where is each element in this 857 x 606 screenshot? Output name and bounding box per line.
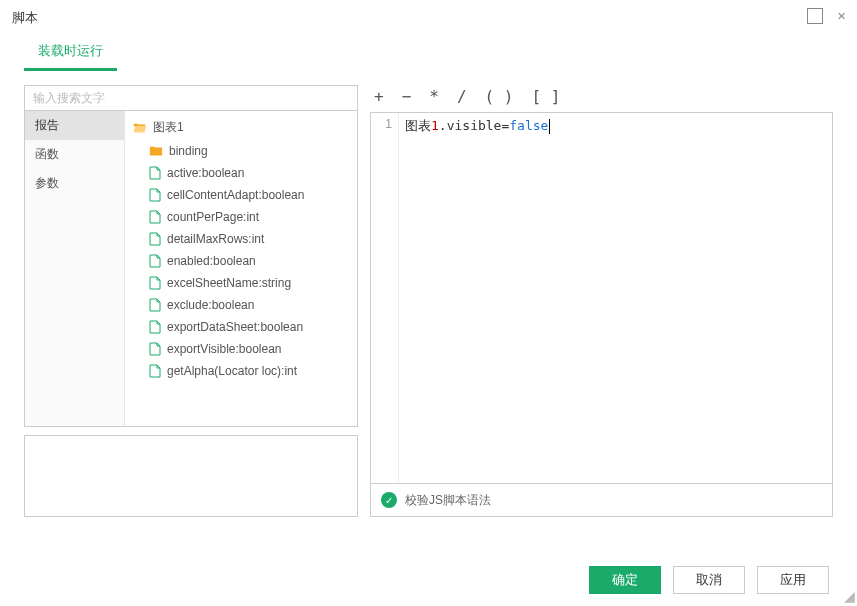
code-token: 1 [431,118,439,133]
tree-item[interactable]: countPerPage:int [125,206,357,228]
file-icon [149,254,161,268]
right-panel: + − * / ( ) [ ] 1 图表1.visible=false ✓ 校验… [370,85,833,517]
tree-item-label: exportVisible:boolean [167,342,282,356]
file-icon [149,188,161,202]
tree-item-label: exclude:boolean [167,298,254,312]
file-icon [149,166,161,180]
text-cursor [549,119,550,134]
toolbar-paren[interactable]: ( ) [485,87,514,106]
info-panel [24,435,358,517]
left-panel: 报告 函数 参数 图表1 binding active:boolean [24,85,358,517]
file-icon [149,232,161,246]
titlebar: 脚本 [0,0,857,36]
tree-item-label: binding [169,144,208,158]
maximize-icon[interactable] [807,8,823,24]
tree-item-label: detailMaxRows:int [167,232,264,246]
code-area[interactable]: 图表1.visible=false [399,113,832,483]
main: 报告 函数 参数 图表1 binding active:boolean [0,71,857,517]
toolbar-star[interactable]: * [429,87,439,106]
tree-root-label: 图表1 [153,119,184,136]
folder-closed-icon [149,144,163,158]
category-report[interactable]: 报告 [25,111,124,140]
editor-toolbar: + − * / ( ) [ ] [370,85,833,112]
file-icon [149,320,161,334]
file-icon [149,210,161,224]
folder-open-icon [133,121,147,135]
search-input[interactable] [25,86,357,110]
tab-onload[interactable]: 装载时运行 [24,36,117,71]
toolbar-minus[interactable]: − [402,87,412,106]
cancel-button[interactable]: 取消 [673,566,745,594]
code-token: 图表 [405,118,431,133]
tree-item[interactable]: detailMaxRows:int [125,228,357,250]
code-editor[interactable]: 1 图表1.visible=false [370,112,833,484]
check-circle-icon: ✓ [381,492,397,508]
close-icon[interactable] [833,8,849,24]
tree-item-label: getAlpha(Locator loc):int [167,364,297,378]
window-controls [807,8,849,24]
tree-item[interactable]: exportVisible:boolean [125,338,357,360]
tree-item[interactable]: active:boolean [125,162,357,184]
ok-button[interactable]: 确定 [589,566,661,594]
tree-item-label: active:boolean [167,166,244,180]
tree-item-label: countPerPage:int [167,210,259,224]
tree-root[interactable]: 图表1 [125,115,357,140]
category-param[interactable]: 参数 [25,169,124,198]
file-icon [149,298,161,312]
tree-item[interactable]: cellContentAdapt:boolean [125,184,357,206]
file-icon [149,276,161,290]
category-function[interactable]: 函数 [25,140,124,169]
toolbar-plus[interactable]: + [374,87,384,106]
file-icon [149,342,161,356]
apply-button[interactable]: 应用 [757,566,829,594]
tree-item-label: excelSheetName:string [167,276,291,290]
gutter: 1 [371,113,399,483]
tree-item-label: exportDataSheet:boolean [167,320,303,334]
tree-wrap: 报告 函数 参数 图表1 binding active:boolean [24,111,358,427]
tree-item[interactable]: getAlpha(Locator loc):int [125,360,357,382]
file-icon [149,364,161,378]
tree-item[interactable]: exportDataSheet:boolean [125,316,357,338]
line-number: 1 [371,117,392,131]
validate-bar[interactable]: ✓ 校验JS脚本语法 [370,483,833,517]
tree-item[interactable]: binding [125,140,357,162]
tree-item[interactable]: exclude:boolean [125,294,357,316]
validate-text: 校验JS脚本语法 [405,492,491,509]
toolbar-slash[interactable]: / [457,87,467,106]
tree-item[interactable]: enabled:boolean [125,250,357,272]
tree-item[interactable]: excelSheetName:string [125,272,357,294]
search-input-wrap [24,85,358,111]
code-token: false [509,118,548,133]
window-title: 脚本 [12,9,38,27]
footer: 确定 取消 应用 [0,554,857,606]
tree-item-label: enabled:boolean [167,254,256,268]
tree-item-label: cellContentAdapt:boolean [167,188,304,202]
category-column: 报告 函数 参数 [25,111,125,426]
code-token: .visible= [439,118,509,133]
tree-column[interactable]: 图表1 binding active:boolean cellContentAd… [125,111,357,426]
tabs: 装载时运行 [0,36,857,71]
toolbar-bracket[interactable]: [ ] [531,87,560,106]
